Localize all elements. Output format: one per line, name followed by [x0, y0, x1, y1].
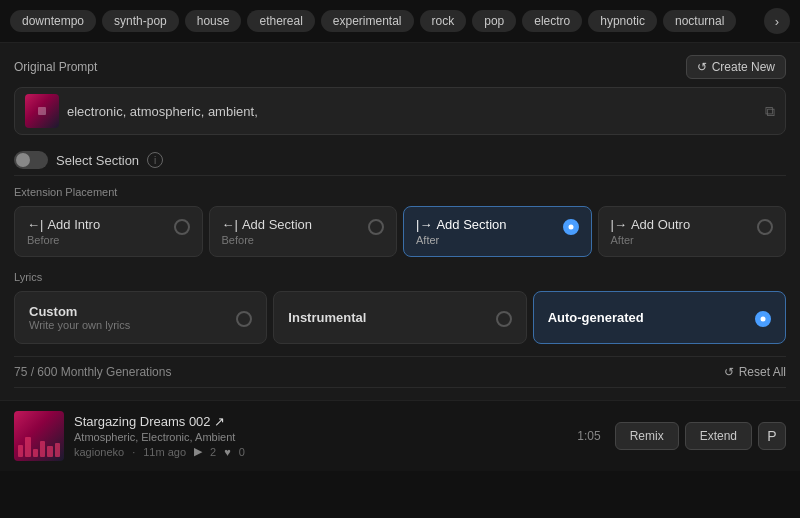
prompt-header: Original Prompt ↺ Create New [14, 55, 786, 79]
reset-all-button[interactable]: ↺ Reset All [724, 365, 786, 379]
placement-subtitle-2: After [416, 234, 563, 246]
arrow-icon-0: ←| [27, 217, 43, 232]
reset-label: Reset All [739, 365, 786, 379]
track-plays: 2 [210, 446, 216, 458]
track-title: Stargazing Dreams 002 ↗ [74, 414, 567, 429]
select-section-label: Select Section [56, 153, 139, 168]
tag-rock[interactable]: rock [420, 10, 467, 32]
tag-experimental[interactable]: experimental [321, 10, 414, 32]
prompt-label: Original Prompt [14, 60, 97, 74]
prompt-thumbnail [25, 94, 59, 128]
refresh-icon: ↺ [697, 60, 707, 74]
lyrics-grid: Custom Write your own lyrics Instrumenta… [14, 291, 786, 344]
remix-button[interactable]: Remix [615, 422, 679, 450]
lyrics-radio-0[interactable] [236, 311, 252, 327]
select-section-row: Select Section i [14, 145, 786, 176]
copy-icon[interactable]: ⧉ [765, 103, 775, 120]
lyrics-custom[interactable]: Custom Write your own lyrics [14, 291, 267, 344]
placement-add-outro-after[interactable]: |→ Add Outro After [598, 206, 787, 257]
tags-row: downtempo synth-pop house ethereal exper… [0, 0, 800, 43]
arrow-icon-1: ←| [222, 217, 238, 232]
waveform-bar-6 [55, 443, 60, 457]
extend-button[interactable]: Extend [685, 422, 752, 450]
track-dot: · [132, 446, 135, 458]
tag-synth-pop[interactable]: synth-pop [102, 10, 179, 32]
track-time-ago: 11m ago [143, 446, 186, 458]
lyrics-autogenerated-title: Auto-generated [548, 310, 755, 325]
tag-pop[interactable]: pop [472, 10, 516, 32]
placement-grid: ←| Add Intro Before ←| Add Section Befor… [14, 206, 786, 257]
track-actions: Remix Extend P [615, 422, 786, 450]
prompt-text: electronic, atmospheric, ambient, [67, 104, 757, 119]
placement-add-intro-before[interactable]: ←| Add Intro Before [14, 206, 203, 257]
placement-subtitle-1: Before [222, 234, 369, 246]
placement-add-section-before[interactable]: ←| Add Section Before [209, 206, 398, 257]
select-section-toggle[interactable] [14, 151, 48, 169]
prompt-box: electronic, atmospheric, ambient, ⧉ [14, 87, 786, 135]
tag-hypnotic[interactable]: hypnotic [588, 10, 657, 32]
tag-downtempo[interactable]: downtempo [10, 10, 96, 32]
placement-title-1: Add Section [242, 217, 312, 232]
placement-radio-1[interactable] [368, 219, 384, 235]
info-icon[interactable]: i [147, 152, 163, 168]
lyrics-radio-2[interactable] [755, 311, 771, 327]
lyrics-label: Lyrics [14, 271, 786, 283]
play-icon: ▶ [194, 445, 202, 458]
placement-add-section-after[interactable]: |→ Add Section After [403, 206, 592, 257]
waveform-bar-1 [18, 445, 23, 457]
lyrics-instrumental[interactable]: Instrumental [273, 291, 526, 344]
track-title-text: Stargazing Dreams 002 ↗ [74, 414, 225, 429]
placement-radio-2[interactable] [563, 219, 579, 235]
placement-subtitle-3: After [611, 234, 758, 246]
waveform-bar-5 [47, 446, 52, 457]
arrow-icon-2: |→ [416, 217, 432, 232]
track-row: Stargazing Dreams 002 ↗ Atmospheric, Ele… [0, 400, 800, 471]
placement-title-3: Add Outro [631, 217, 690, 232]
heart-icon: ♥ [224, 446, 231, 458]
track-author: kagioneko [74, 446, 124, 458]
create-new-label: Create New [712, 60, 775, 74]
tag-house[interactable]: house [185, 10, 242, 32]
placement-title-2: Add Section [436, 217, 506, 232]
track-meta: kagioneko · 11m ago ▶ 2 ♥ 0 [74, 445, 567, 458]
placement-radio-3[interactable] [757, 219, 773, 235]
arrow-icon-3: |→ [611, 217, 627, 232]
track-thumbnail [14, 411, 64, 461]
create-new-button[interactable]: ↺ Create New [686, 55, 786, 79]
more-button[interactable]: P [758, 422, 786, 450]
lyrics-radio-1[interactable] [496, 311, 512, 327]
track-tags: Atmospheric, Electronic, Ambient [74, 431, 567, 443]
waveform-bar-3 [33, 449, 38, 457]
placement-subtitle-0: Before [27, 234, 174, 246]
generations-text: 75 / 600 Monthly Generations [14, 365, 171, 379]
main-panel: Original Prompt ↺ Create New electronic,… [0, 43, 800, 400]
tags-scroll-right[interactable]: › [764, 8, 790, 34]
lyrics-custom-sub: Write your own lyrics [29, 319, 236, 331]
lyrics-instrumental-title: Instrumental [288, 310, 495, 325]
track-waveform [18, 437, 60, 457]
tag-ethereal[interactable]: ethereal [247, 10, 314, 32]
track-likes: 0 [239, 446, 245, 458]
lyrics-custom-title: Custom [29, 304, 236, 319]
placement-radio-0[interactable] [174, 219, 190, 235]
extension-placement-label: Extension Placement [14, 186, 786, 198]
footer-row: 75 / 600 Monthly Generations ↺ Reset All [14, 356, 786, 388]
placement-title-0: Add Intro [47, 217, 100, 232]
waveform-bar-2 [25, 437, 30, 457]
tag-nocturnal[interactable]: nocturnal [663, 10, 736, 32]
lyrics-autogenerated[interactable]: Auto-generated [533, 291, 786, 344]
reset-icon: ↺ [724, 365, 734, 379]
waveform-bar-4 [40, 441, 45, 457]
track-info: Stargazing Dreams 002 ↗ Atmospheric, Ele… [74, 414, 567, 458]
track-duration: 1:05 [577, 429, 600, 443]
tag-electro[interactable]: electro [522, 10, 582, 32]
